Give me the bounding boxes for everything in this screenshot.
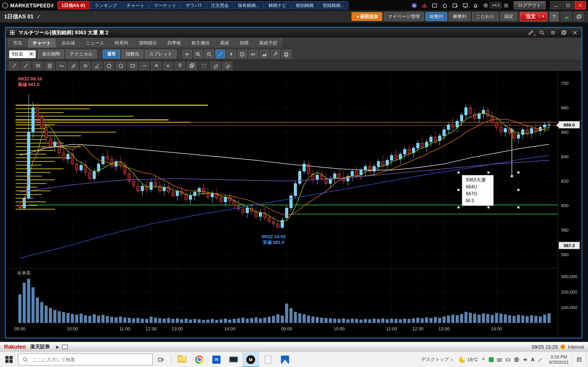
desktop-switcher[interactable]: デスクトップ»: [421, 356, 453, 363]
action-center-button[interactable]: [572, 352, 586, 367]
chart-toolbar-button[interactable]: テクニカル: [66, 50, 97, 58]
icon-stamp-tool[interactable]: IC: [163, 61, 173, 70]
zoom-out-icon[interactable]: [204, 50, 214, 58]
window-tab[interactable]: 四季報: [163, 38, 186, 48]
taskbar-app-display[interactable]: [225, 352, 242, 367]
taskbar-search[interactable]: [18, 354, 153, 365]
duplicate-window-icon[interactable]: [560, 29, 568, 36]
app-circle-icon[interactable]: M: [409, 1, 419, 9]
window-titlebar[interactable]: マルチツール(個別銘柄) 9363 大運 東２ 1: [6, 28, 581, 38]
bell-icon[interactable]: [471, 1, 480, 9]
wrench-icon[interactable]: [270, 50, 280, 58]
edit-workspace-icon[interactable]: [36, 13, 43, 20]
window-tab[interactable]: ニュース: [81, 38, 109, 48]
top-nav-tab[interactable]: チャート: [122, 1, 149, 9]
ime-icon[interactable]: A: [531, 357, 535, 362]
logout-button[interactable]: ログアウト: [513, 1, 545, 9]
green-app-icon[interactable]: [489, 357, 494, 362]
show-desktop-button[interactable]: [586, 352, 588, 367]
search-input[interactable]: [31, 357, 148, 362]
top-nav-tab[interactable]: 注文照会: [207, 1, 233, 9]
chart-mode-button[interactable]: スプレッド: [145, 50, 176, 58]
save-tool[interactable]: [199, 61, 209, 70]
top-nav-tab[interactable]: 登録銘柄...: [319, 1, 348, 9]
hlines3-tool[interactable]: [33, 61, 43, 70]
window-tab[interactable]: チャート: [28, 38, 56, 48]
window-tab[interactable]: 株主優待: [187, 38, 214, 48]
window-tab[interactable]: 適時開示: [134, 38, 162, 48]
print-icon[interactable]: [282, 50, 291, 58]
workspace-toolbar-button[interactable]: こだわり: [472, 12, 499, 21]
top-nav-tab[interactable]: 保有銘柄...: [234, 1, 264, 9]
expand-panel-icon[interactable]: ▶: [56, 345, 59, 349]
copy-tool[interactable]: [187, 61, 197, 70]
link-icon[interactable]: 1: [527, 29, 535, 36]
area-chart-icon[interactable]: [259, 50, 269, 58]
pencil-icon[interactable]: [215, 50, 225, 58]
order-caret-icon[interactable]: ▼: [539, 15, 545, 18]
rect-tool[interactable]: [127, 61, 138, 70]
web-icon[interactable]: WEB: [491, 1, 501, 9]
top-nav-tab[interactable]: ランキング: [90, 1, 122, 9]
top-nav-tab[interactable]: 銘柄ナビ: [264, 1, 291, 9]
taskbar-app-photos[interactable]: [277, 352, 294, 367]
chart-toolbar-button[interactable]: 表示期間: [38, 50, 64, 58]
trend-tool[interactable]: [68, 61, 78, 70]
circle-tool[interactable]: [116, 61, 126, 70]
home-icon[interactable]: [440, 1, 449, 9]
tray-expand-icon[interactable]: ^: [482, 357, 485, 362]
add-screen-icon[interactable]: [450, 1, 459, 9]
window-tab[interactable]: 業績: [215, 38, 234, 48]
window-tab[interactable]: 歩み値: [57, 38, 80, 48]
taskbar-app-notepad[interactable]: [259, 352, 277, 367]
windows-shortcut-icon[interactable]: [574, 12, 584, 21]
menu-icon[interactable]: [501, 1, 511, 9]
battery-icon[interactable]: [505, 357, 511, 362]
panel-icon[interactable]: [62, 345, 68, 349]
chart-mode-button[interactable]: 通常: [103, 50, 120, 58]
text-tool[interactable]: A: [151, 61, 161, 70]
search-icon[interactable]: [538, 29, 545, 36]
task-view-button[interactable]: [153, 352, 169, 367]
market-red-icon[interactable]: [420, 1, 429, 9]
period-select[interactable]: 5分足▼: [9, 50, 36, 58]
line-tool[interactable]: [9, 61, 19, 70]
camera-icon[interactable]: [497, 357, 502, 362]
chart-shortcut-icon[interactable]: [561, 12, 571, 21]
hline-tool[interactable]: [139, 61, 149, 70]
workspace-toolbar-button[interactable]: マイページ管理: [384, 12, 424, 21]
window-tab[interactable]: 市況: [8, 38, 27, 48]
marker-tool[interactable]: [21, 61, 31, 70]
angle-tool[interactable]: [92, 61, 102, 70]
window-tab[interactable]: 指標: [235, 38, 254, 48]
zoom-in-icon[interactable]: [193, 50, 203, 58]
workspace-toolbar-button[interactable]: ＋画面追加: [352, 12, 382, 21]
volume-icon[interactable]: [522, 357, 528, 362]
workspace-toolbar-button[interactable]: 横整列: [449, 12, 470, 21]
cast-icon[interactable]: [460, 1, 470, 9]
maximize-button[interactable]: [562, 1, 574, 9]
start-button[interactable]: [0, 352, 18, 367]
pen-icon[interactable]: [537, 357, 543, 362]
info-icon[interactable]: i: [237, 50, 247, 58]
my-indicator-icon[interactable]: MY: [249, 50, 258, 58]
taskbar-app-mail[interactable]: ✉: [208, 352, 225, 367]
order-button[interactable]: 注文▼: [520, 12, 547, 21]
workspace-toolbar-button[interactable]: 縦整列: [425, 12, 447, 21]
weather-widget[interactable]: 16°C: [459, 356, 478, 363]
alert-icon[interactable]: [430, 1, 439, 9]
network-icon[interactable]: [514, 357, 520, 362]
window-close-icon[interactable]: [571, 29, 579, 36]
top-nav-tab[interactable]: ザラバ7: [182, 1, 206, 9]
taskbar-clock[interactable]: 3:29 PM 9/25/2021: [549, 354, 569, 365]
clear-tool[interactable]: [222, 61, 232, 70]
workspace-toolbar-button[interactable]: 固定: [500, 12, 517, 21]
chart-mode-button[interactable]: 指数化: [122, 50, 144, 58]
pentagon-tool[interactable]: [104, 61, 114, 70]
vlines-tool[interactable]: [80, 61, 90, 70]
minimize-button[interactable]: [550, 1, 562, 9]
taskbar-app-marketspeed[interactable]: M: [242, 352, 259, 367]
eraser-tool[interactable]: [210, 61, 221, 70]
top-nav-tab[interactable]: マーケット: [150, 1, 181, 9]
wave-tool[interactable]: [56, 61, 67, 70]
